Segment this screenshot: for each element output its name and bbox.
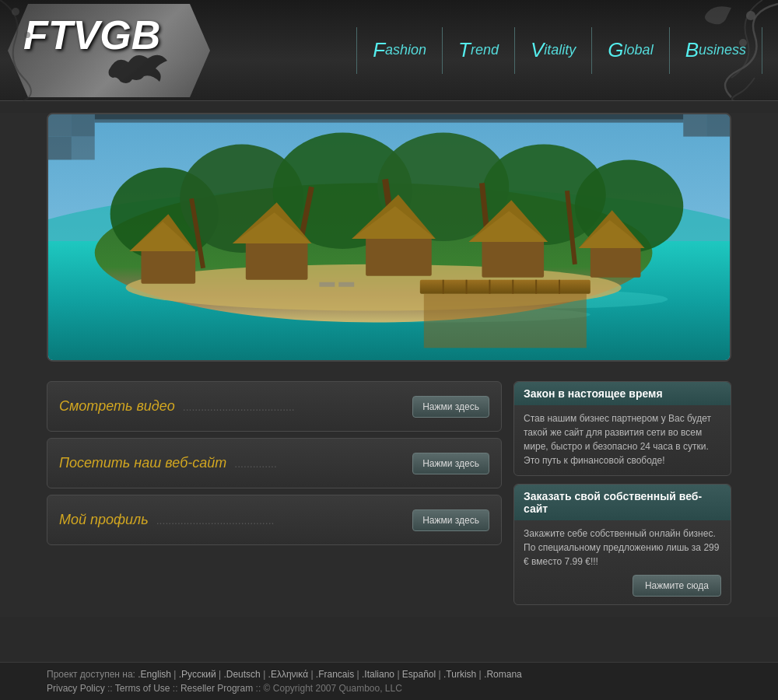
svg-rect-23 (141, 249, 195, 284)
info-box-order-text: Закажите себе собственный онлайн бизнес.… (524, 527, 721, 569)
lang-greek[interactable]: .Ελληνικά (268, 669, 308, 680)
action-dots-site: .............. (234, 457, 405, 470)
action-label-site: Посетить наш веб-сайт (59, 455, 226, 471)
lang-francais[interactable]: .Francais (316, 669, 354, 680)
action-btn-profile[interactable]: Нажми здесь (412, 509, 489, 531)
action-dots-profile: ....................................... (156, 514, 405, 527)
footer-privacy[interactable]: Privacy Policy (47, 683, 105, 694)
svg-rect-55 (95, 120, 684, 123)
info-box-order-btn[interactable]: Нажмите сюда (633, 575, 721, 597)
svg-rect-38 (420, 280, 591, 294)
svg-rect-29 (366, 236, 432, 276)
svg-rect-47 (338, 282, 354, 287)
nav-global[interactable]: Global (592, 27, 669, 74)
action-btn-video[interactable]: Нажми здесь (412, 396, 489, 418)
footer-langs: Проект доступен на: .English | .Русский … (47, 669, 731, 680)
svg-rect-26 (246, 241, 308, 280)
svg-rect-35 (591, 245, 641, 278)
hero-image (47, 113, 731, 362)
lang-deutsch[interactable]: .Deutsch (223, 669, 260, 680)
footer-links: Privacy Policy :: Terms of Use :: Resell… (47, 683, 731, 694)
svg-rect-50 (48, 137, 72, 160)
svg-rect-32 (482, 239, 544, 278)
svg-rect-54 (95, 114, 684, 120)
lang-romana[interactable]: .Romana (484, 669, 522, 680)
action-row-site: Посетить наш веб-сайт .............. Наж… (47, 438, 502, 488)
svg-rect-49 (72, 114, 95, 137)
svg-rect-52 (683, 114, 706, 137)
lang-russian[interactable]: .Русский (179, 669, 216, 680)
svg-rect-48 (48, 114, 72, 137)
nav-trend[interactable]: Trend (443, 27, 515, 74)
svg-point-0 (12, 8, 19, 16)
lang-turkish[interactable]: .Turkish (443, 669, 476, 680)
lang-espanol[interactable]: Español (402, 669, 436, 680)
svg-point-1 (24, 32, 30, 38)
info-box-order-title: Заказать свой собственный веб-сайт (514, 485, 731, 520)
footer-reseller[interactable]: Reseller Program (180, 683, 253, 694)
actions-column: Смотреть видео .........................… (47, 381, 502, 605)
main-content: Смотреть видео .........................… (0, 113, 778, 617)
svg-rect-51 (72, 137, 95, 160)
info-box-law: Закон в настоящее время Став нашим бизне… (513, 381, 731, 476)
header: FTVGB Fashion Trend Vitality Global Busi… (0, 0, 778, 101)
action-btn-site[interactable]: Нажми здесь (412, 453, 489, 474)
footer-terms[interactable]: Terms of Use (115, 683, 170, 694)
info-column: Закон в настоящее время Став нашим бизне… (513, 381, 731, 605)
info-box-law-title: Закон в настоящее время (514, 382, 731, 405)
action-dots-video: ..................................... (183, 401, 405, 413)
content-section: Смотреть видео .........................… (0, 369, 778, 617)
footer-copyright: © Copyright 2007 Quamboo, LLC (264, 683, 402, 694)
lang-english[interactable]: .English (138, 669, 171, 680)
svg-rect-39 (424, 294, 587, 348)
nav-fashion[interactable]: Fashion (356, 27, 443, 74)
action-label-profile: Мой профиль (59, 512, 149, 528)
nav-business[interactable]: Business (670, 27, 762, 74)
svg-rect-46 (319, 282, 335, 287)
action-label-video: Смотреть видео (59, 398, 175, 415)
flourish-left-icon (0, 0, 93, 101)
action-row-profile: Мой профиль ............................… (47, 495, 502, 545)
action-row-video: Смотреть видео .........................… (47, 381, 502, 432)
svg-rect-53 (706, 114, 730, 137)
info-box-law-text: Став нашим бизнес партнером у Вас будет … (524, 411, 721, 467)
bird-icon (101, 47, 171, 93)
footer: Проект доступен на: .English | .Русский … (0, 662, 778, 700)
logo-area: FTVGB (0, 0, 218, 101)
info-box-order: Заказать свой собственный веб-сайт Закаж… (513, 484, 731, 605)
main-nav: Fashion Trend Vitality Global Business (356, 0, 762, 100)
lang-italiano[interactable]: .Italiano (362, 669, 394, 680)
nav-vitality[interactable]: Vitality (515, 27, 592, 74)
